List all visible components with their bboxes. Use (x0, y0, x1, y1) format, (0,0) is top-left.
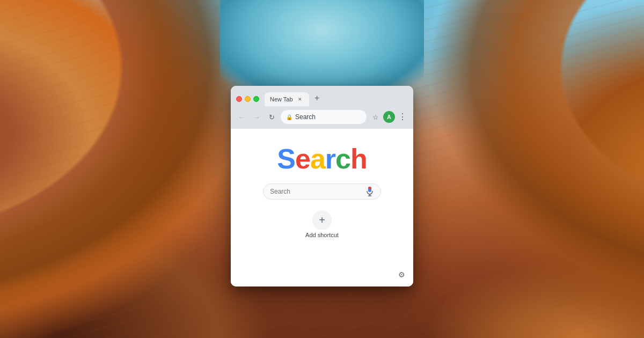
bookmark-button[interactable]: ☆ (369, 111, 382, 123)
tab-close-button[interactable]: ✕ (296, 95, 304, 103)
search-input-wrapper[interactable] (263, 183, 381, 200)
svg-rect-1 (368, 187, 371, 189)
close-window-button[interactable] (236, 96, 242, 102)
back-button[interactable]: ← (235, 111, 248, 123)
logo-letter-r: r (325, 143, 335, 174)
logo-letter-a: a (310, 143, 325, 174)
logo-letter-h: h (350, 143, 367, 174)
active-tab[interactable]: New Tab ✕ (265, 92, 309, 106)
forward-button[interactable]: → (250, 111, 263, 123)
address-text: Search (295, 113, 361, 121)
address-bar[interactable]: 🔒 Search (280, 109, 367, 124)
logo-letter-c: c (335, 143, 350, 174)
settings-row: ⚙ (231, 268, 413, 286)
title-bar: New Tab ✕ + (231, 86, 413, 106)
logo-letter-e: e (295, 143, 310, 174)
traffic-lights (236, 96, 259, 102)
mic-button[interactable] (365, 187, 374, 196)
add-shortcut-label: Add shortcut (305, 232, 339, 238)
logo-letter-s: S (277, 143, 295, 174)
add-shortcut-container: + Add shortcut (305, 210, 339, 238)
lock-icon: 🔒 (286, 114, 292, 120)
tab-strip: New Tab ✕ + (265, 91, 408, 106)
more-options-button[interactable]: ⋮ (396, 111, 409, 123)
settings-button[interactable]: ⚙ (395, 268, 408, 281)
tab-title: New Tab (270, 96, 293, 102)
toolbar-right: ☆ A ⋮ (369, 111, 409, 123)
search-input[interactable] (270, 188, 362, 195)
reload-button[interactable]: ↻ (265, 111, 278, 123)
search-box-container (263, 183, 381, 200)
add-shortcut-button[interactable]: + (312, 210, 332, 230)
maximize-window-button[interactable] (253, 96, 259, 102)
browser-window: New Tab ✕ + ← → ↻ 🔒 Search ☆ A ⋮ Search (231, 86, 413, 286)
new-tab-page: Search + Add shortcut (231, 129, 413, 268)
profile-button[interactable]: A (383, 111, 395, 123)
new-tab-button[interactable]: + (310, 91, 324, 105)
minimize-window-button[interactable] (245, 96, 251, 102)
search-logo: Search (277, 145, 367, 173)
toolbar: ← → ↻ 🔒 Search ☆ A ⋮ (231, 106, 413, 129)
